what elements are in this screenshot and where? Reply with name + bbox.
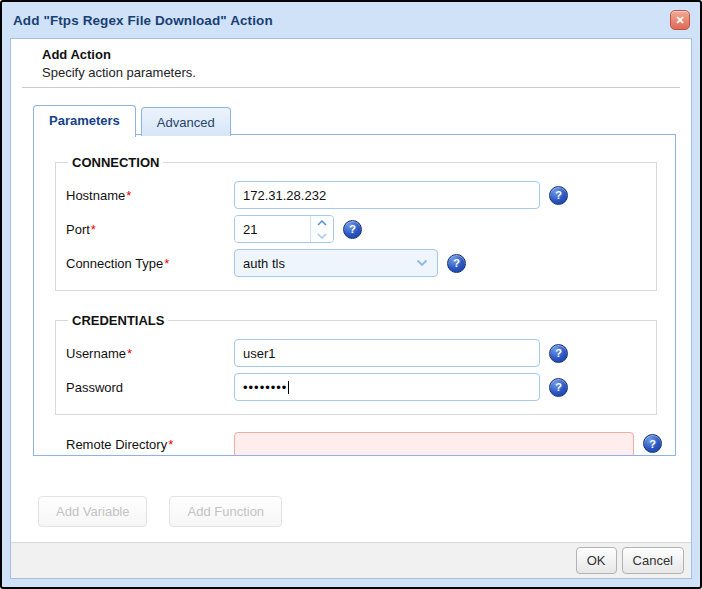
port-label: Port* bbox=[66, 222, 234, 237]
required-mark: * bbox=[91, 222, 96, 237]
credentials-fieldset: CREDENTIALS Username* ? Password •••••••… bbox=[55, 313, 657, 415]
hostname-row: Hostname* ? bbox=[66, 181, 656, 209]
required-mark: * bbox=[164, 256, 169, 271]
variable-function-buttons: Add Variable Add Function bbox=[38, 496, 282, 527]
parameters-tab-panel: CONNECTION Hostname* ? Port* bbox=[33, 134, 676, 456]
dialog-title: Add "Ftps Regex File Download" Action bbox=[13, 13, 273, 28]
password-input[interactable]: •••••••• bbox=[234, 373, 540, 401]
remote-directory-input[interactable] bbox=[234, 432, 634, 456]
dialog-body: Add Action Specify action parameters. Pa… bbox=[10, 38, 692, 579]
password-masked-value: •••••••• bbox=[243, 380, 287, 395]
help-icon[interactable]: ? bbox=[549, 186, 568, 205]
connection-type-row: Connection Type* auth tls ? bbox=[66, 249, 656, 277]
required-mark: * bbox=[126, 188, 131, 203]
help-icon[interactable]: ? bbox=[643, 434, 662, 453]
help-icon[interactable]: ? bbox=[447, 254, 466, 273]
tab-bar: Parameters Advanced bbox=[33, 105, 231, 136]
help-icon[interactable]: ? bbox=[549, 378, 568, 397]
connection-type-select[interactable]: auth tls bbox=[234, 249, 438, 277]
cancel-button[interactable]: Cancel bbox=[622, 547, 684, 574]
dialog-header: Add Action Specify action parameters. bbox=[11, 39, 691, 80]
credentials-legend: CREDENTIALS bbox=[68, 313, 168, 328]
username-label: Username* bbox=[66, 346, 234, 361]
tab-advanced[interactable]: Advanced bbox=[141, 107, 231, 136]
required-mark: * bbox=[127, 346, 132, 361]
dialog-window: Add "Ftps Regex File Download" Action ✕ … bbox=[0, 0, 702, 589]
header-divider bbox=[22, 87, 680, 88]
username-row: Username* ? bbox=[66, 339, 656, 367]
header-subtitle: Specify action parameters. bbox=[42, 65, 677, 80]
username-input[interactable] bbox=[234, 339, 540, 367]
connection-fieldset: CONNECTION Hostname* ? Port* bbox=[55, 155, 657, 291]
connection-type-label: Connection Type* bbox=[66, 256, 234, 271]
required-mark: * bbox=[168, 437, 173, 452]
add-function-button[interactable]: Add Function bbox=[169, 496, 282, 527]
help-icon[interactable]: ? bbox=[549, 344, 568, 363]
password-row: Password •••••••• ? bbox=[66, 373, 656, 401]
remote-directory-row: Remote Directory* ? bbox=[66, 432, 675, 456]
port-spinner bbox=[234, 215, 334, 243]
port-spin-buttons bbox=[310, 216, 333, 242]
text-cursor bbox=[288, 381, 289, 394]
dialog-footer: OK Cancel bbox=[11, 542, 691, 578]
help-icon[interactable]: ? bbox=[343, 220, 362, 239]
add-variable-button[interactable]: Add Variable bbox=[38, 496, 147, 527]
hostname-label: Hostname* bbox=[66, 188, 234, 203]
close-icon[interactable]: ✕ bbox=[670, 10, 690, 30]
remote-directory-label: Remote Directory* bbox=[66, 437, 234, 452]
hostname-input[interactable] bbox=[234, 181, 540, 209]
port-row: Port* ? bbox=[66, 215, 656, 243]
chevron-down-icon bbox=[416, 259, 437, 267]
port-input[interactable] bbox=[235, 216, 310, 242]
header-title: Add Action bbox=[42, 47, 677, 62]
connection-type-value: auth tls bbox=[235, 256, 416, 271]
dialog-titlebar: Add "Ftps Regex File Download" Action ✕ bbox=[13, 6, 690, 34]
spinner-up-icon[interactable] bbox=[311, 216, 333, 229]
tab-parameters[interactable]: Parameters bbox=[33, 105, 136, 137]
connection-legend: CONNECTION bbox=[68, 155, 163, 170]
ok-button[interactable]: OK bbox=[576, 547, 617, 574]
spinner-down-icon[interactable] bbox=[311, 229, 333, 242]
password-label: Password bbox=[66, 380, 234, 395]
